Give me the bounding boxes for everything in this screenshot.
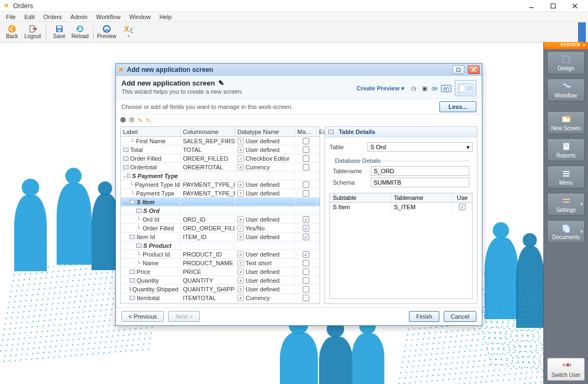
toolbar-handle[interactable] (578, 22, 586, 42)
mandatory-checkbox[interactable] (303, 155, 309, 162)
dialog-close-button[interactable] (468, 65, 480, 74)
close-button[interactable] (564, 0, 586, 12)
grid-row[interactable]: -S Item (121, 198, 320, 206)
minimize-button[interactable] (520, 0, 542, 12)
preview-thumbnail[interactable] (455, 80, 476, 96)
toolbar-save[interactable]: Save (50, 23, 69, 41)
col-type[interactable]: Datatype Name (235, 127, 295, 136)
mandatory-checkbox[interactable]: ✓ (303, 251, 309, 258)
mandatory-checkbox[interactable] (303, 164, 309, 170)
lang-en[interactable]: en (441, 85, 451, 92)
sub-col-subtable[interactable]: Subtable (330, 193, 391, 202)
mandatory-checkbox[interactable]: ✓ (303, 225, 309, 231)
maximize-button[interactable] (542, 0, 564, 12)
dialog-restore-button[interactable] (452, 65, 464, 74)
step-dot-1[interactable] (120, 117, 126, 123)
clock-icon[interactable]: ◷ (410, 84, 418, 92)
toolbar-logout[interactable]: Logout (23, 23, 42, 41)
mandatory-checkbox[interactable] (303, 147, 309, 153)
title-bar: ✕ Orders (0, 0, 588, 12)
col-mand[interactable]: Mandat... (295, 127, 317, 136)
previous-button[interactable]: < Previous (121, 311, 164, 322)
grid-row[interactable]: └Payment TypePAYMENT_TYPE_PAYMEN...TUser… (121, 189, 320, 198)
grid-row[interactable]: S Product (121, 241, 320, 250)
reload-icon (76, 25, 84, 33)
grid-row[interactable]: PricePRICE#User defined (121, 267, 320, 276)
grid-row[interactable]: └Ord IdORD_ID#User defined✓ (121, 215, 320, 224)
table-select[interactable]: S Ord ▾ (367, 142, 473, 152)
step-dot-2[interactable] (129, 117, 134, 123)
dialog-subheading: This wizard helps you to create a new sc… (121, 88, 350, 95)
cancel-button[interactable]: Cancel (444, 311, 476, 322)
toolbar-back-label: Back (6, 33, 18, 39)
mandatory-checkbox[interactable] (303, 138, 309, 144)
menu-help[interactable]: Help (156, 13, 176, 21)
grid-row[interactable]: TotalTOTAL#User defined✓ (121, 145, 320, 154)
mandatory-checkbox[interactable]: ✓ (303, 216, 309, 223)
mandatory-checkbox[interactable]: ✓ (303, 234, 309, 240)
toolbar-back[interactable]: Back (2, 23, 22, 41)
grid-row[interactable]: Item IdITEM_ID#User defined✓ (121, 233, 320, 241)
grid-row[interactable]: S Ord (121, 206, 320, 215)
dialog-title-bar[interactable]: ✕ Add new application screen (116, 64, 482, 76)
mandatory-checkbox[interactable] (303, 295, 309, 301)
dock-design[interactable]: Design (547, 51, 585, 74)
schema-field[interactable]: SUMMITB (371, 178, 469, 187)
grid-row[interactable]: OrdertotalORDERTOTAL#Currency✓ (121, 163, 320, 172)
svg-rect-24 (563, 202, 569, 203)
tablename-label: Tablename (333, 168, 366, 174)
less-button[interactable]: Less... (439, 101, 476, 112)
sub-col-tablename[interactable]: Tablename (391, 193, 452, 202)
grid-row[interactable]: QuantityQUANTITY#User defined (121, 276, 320, 285)
svg-point-9 (103, 26, 110, 32)
grid-row[interactable]: └First NameSALES_REP_FIRST_NAMETUser def… (121, 137, 320, 145)
menu-edit[interactable]: Edit (21, 13, 39, 21)
dock-reports[interactable]: Reports (547, 138, 585, 161)
grid-row[interactable]: -S Payment Type (121, 172, 320, 180)
dock-settings[interactable]: Settings (547, 193, 585, 216)
camera-icon[interactable]: ▣ (421, 84, 428, 92)
col-column[interactable]: Columnname (181, 127, 235, 136)
dock-switch-user[interactable]: Switch User (547, 358, 585, 381)
menu-orders[interactable]: Orders (40, 13, 66, 21)
toolbar-x-gear[interactable]: X ▾ (118, 23, 139, 41)
dock-new-screen[interactable]: New Screen (547, 111, 585, 134)
col-label[interactable]: Label (121, 127, 181, 136)
grid-row[interactable]: ItemtotalITEMTOTAL#Currency (121, 294, 320, 302)
edit-step-icon[interactable]: ✎ (138, 117, 143, 124)
menu-admin[interactable]: Admin (66, 13, 91, 21)
dock-close-icon[interactable]: × (581, 42, 587, 48)
svg-rect-23 (563, 199, 569, 200)
use-checkbox[interactable]: ✓ (459, 204, 465, 210)
toolbar-reload[interactable]: Reload (70, 23, 90, 41)
grid-row[interactable]: Order FilledORDER_FILLED✓Checkbox Editor… (121, 154, 320, 163)
grid-row[interactable]: Quantity ShippedQUANTITY_SHIPPED#User de… (121, 285, 320, 294)
grid-row[interactable]: └Product IdPRODUCT_ID#User defined✓ (121, 250, 320, 259)
menu-workflow[interactable]: Workflow (93, 13, 125, 21)
create-preview-link[interactable]: Create Preview ▾ (354, 84, 407, 93)
dock-menu[interactable]: Menu (547, 166, 585, 188)
dock-documents[interactable]: Documents (547, 220, 585, 243)
grid-header: Label Columnname Datatype Name Mandat...… (121, 127, 320, 137)
refresh-step-icon[interactable]: ↻ (146, 117, 151, 124)
grid-row[interactable]: └NamePRODUCT_NAMETText short (121, 259, 320, 267)
grid-row[interactable]: └Order FilledORD_ORDER_FILLED✓Yes/No✓ (121, 224, 320, 233)
menu-window[interactable]: Window (126, 13, 155, 21)
finish-button[interactable]: Finish (409, 311, 439, 322)
mandatory-checkbox[interactable] (303, 286, 309, 292)
next-button[interactable]: Next > (168, 311, 200, 322)
toolbar-preview[interactable]: Preview (97, 23, 117, 41)
grid-row[interactable]: └Payment Type IdPAYMENT_TYPE_ID#User def… (121, 180, 320, 189)
mandatory-checkbox[interactable] (303, 277, 309, 284)
dock-workflow[interactable]: Workflow (547, 78, 585, 101)
wizard-steps: ✎ ↻ (116, 115, 482, 125)
mandatory-checkbox[interactable] (303, 269, 309, 275)
menu-file[interactable]: File (2, 13, 20, 21)
mandatory-checkbox[interactable] (303, 190, 309, 197)
mandatory-checkbox[interactable] (303, 260, 309, 266)
sub-col-use[interactable]: Use (452, 193, 472, 202)
lang-de[interactable]: de (432, 86, 438, 92)
mandatory-checkbox[interactable] (303, 181, 309, 188)
subtable-row[interactable]: S ItemS_ITEM✓ (330, 203, 472, 211)
tablename-field[interactable]: S_ORD (371, 166, 469, 176)
